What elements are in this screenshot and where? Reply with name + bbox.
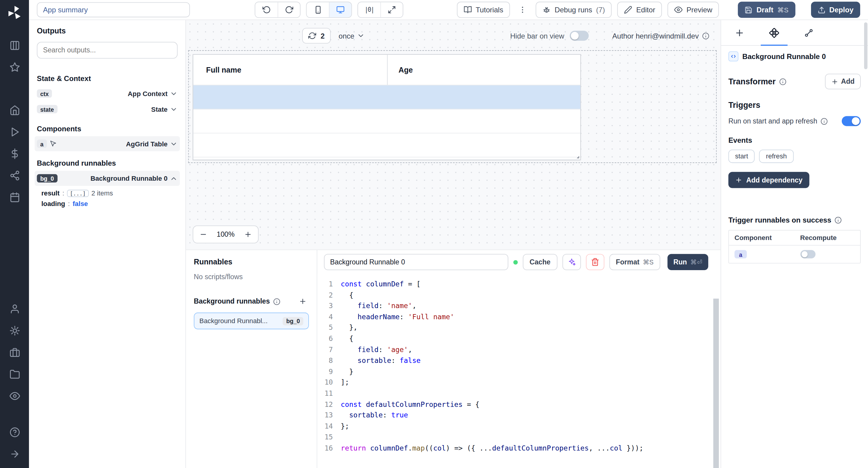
rail-runs-button[interactable] (3, 121, 26, 143)
column-component: Component (729, 230, 795, 245)
resize-handle[interactable] (573, 153, 580, 159)
hide-bar-toggle[interactable] (570, 31, 589, 41)
component-a-row[interactable]: a AgGrid Table (35, 136, 180, 151)
tab-connections[interactable] (792, 20, 826, 45)
desktop-view-button[interactable] (329, 2, 351, 17)
app-summary-input[interactable] (37, 2, 190, 17)
search-outputs-input[interactable] (37, 42, 178, 59)
trigger-success-table: Component Recompute a (728, 230, 861, 264)
event-chip-refresh[interactable]: refresh (759, 150, 794, 163)
windmill-logo[interactable] (6, 4, 23, 22)
zoom-out-button[interactable] (193, 226, 213, 243)
aggrid-row[interactable] (193, 109, 580, 133)
draft-button[interactable]: Draft ⌘S (738, 2, 795, 18)
fit-width-button[interactable]: |0| (358, 2, 380, 17)
undo-button[interactable] (255, 2, 278, 17)
transformer-title: Transformer (728, 77, 776, 86)
bg0-row[interactable]: bg_0 Background Runnable 0 (35, 171, 180, 186)
add-dependency-button[interactable]: Add dependency (728, 172, 809, 188)
tab-settings-component[interactable] (757, 20, 792, 45)
more-menu-button[interactable] (516, 2, 530, 18)
editor-scrollbar[interactable] (713, 299, 719, 468)
add-background-runnable-button[interactable] (297, 295, 309, 307)
aggrid-row-selected[interactable] (193, 86, 580, 110)
rail-favorites-button[interactable] (3, 56, 26, 78)
schedule-dropdown[interactable]: once (339, 32, 365, 40)
add-dependency-label: Add dependency (746, 176, 803, 184)
app-canvas[interactable]: 2 once Hide bar on view Author henri@win… (186, 20, 721, 250)
hide-bar-label: Hide bar on view (510, 32, 564, 40)
rail-workers-button[interactable] (3, 341, 26, 363)
transformer-row: Transformer Add (728, 74, 861, 90)
state-context-title: State & Context (37, 74, 178, 82)
trigger-table-row: a (729, 245, 861, 263)
rail-settings-button[interactable] (3, 320, 26, 341)
tutorials-button[interactable]: Tutorials (457, 2, 510, 18)
info-icon[interactable] (273, 298, 281, 305)
run-on-start-toggle[interactable] (842, 116, 861, 126)
aggrid-table-component[interactable]: Full name Age (193, 54, 581, 160)
result-expander[interactable]: [...] (67, 190, 89, 197)
author-label: Author henri@windmill.dev (613, 32, 699, 40)
runnables-list-panel: Runnables No scripts/flows Background ru… (186, 250, 317, 468)
eye-icon (9, 390, 20, 401)
state-badge: state (37, 105, 57, 113)
rail-audit-button[interactable] (3, 385, 26, 407)
add-transformer-button[interactable]: Add (825, 74, 861, 90)
bg0-badge: bg_0 (37, 174, 57, 182)
star-icon (9, 62, 20, 73)
zoom-in-button[interactable] (238, 226, 258, 243)
aggrid-header-age[interactable]: Age (387, 55, 580, 85)
background-runnables-title: Background runnables (37, 159, 178, 167)
info-icon[interactable] (835, 216, 842, 224)
ai-assist-button[interactable] (562, 254, 581, 270)
inspector-scrollbar[interactable] (864, 22, 867, 69)
tab-insert-component[interactable] (722, 20, 757, 45)
rail-apps-button[interactable] (3, 35, 26, 56)
info-icon[interactable] (779, 78, 786, 85)
run-on-start-label: Run on start and app refresh (728, 117, 817, 125)
ctx-row[interactable]: ctx App Context (35, 86, 180, 101)
run-button[interactable]: Run ⌘⏎ (667, 254, 708, 270)
rail-folders-button[interactable] (3, 363, 26, 385)
rail-user-button[interactable] (3, 298, 26, 320)
format-button[interactable]: Format ⌘S (609, 254, 660, 270)
rail-schedules-button[interactable] (3, 187, 26, 208)
delete-runnable-button[interactable] (586, 254, 604, 270)
book-icon (463, 6, 472, 14)
bug-icon (542, 6, 551, 14)
folder-icon (9, 369, 20, 379)
rail-variables-button[interactable] (3, 143, 26, 164)
tutorials-label: Tutorials (475, 6, 503, 14)
redo-button[interactable] (278, 2, 300, 17)
cache-button[interactable]: Cache (523, 254, 557, 270)
rail-home-button[interactable] (3, 99, 26, 121)
rail-resources-button[interactable] (3, 165, 26, 187)
runnable-list-item[interactable]: Background Runnabl... bg_0 (194, 312, 309, 330)
plus-icon (735, 28, 744, 38)
mobile-view-button[interactable] (307, 2, 329, 17)
preview-mode-label: Preview (687, 6, 712, 14)
refresh-count: 2 (321, 32, 324, 40)
aggrid-header-fullname[interactable]: Full name (193, 55, 387, 85)
info-icon[interactable] (821, 118, 828, 125)
state-row[interactable]: state State (35, 101, 180, 116)
rail-help-button[interactable] (3, 421, 26, 443)
editor-mode-button[interactable]: Editor (617, 2, 662, 18)
refresh-button[interactable]: 2 (302, 28, 331, 44)
code-editor[interactable]: 12345678910111213141516 const columnDef … (317, 273, 721, 468)
preview-mode-button[interactable]: Preview (668, 2, 719, 18)
deploy-button[interactable]: Deploy (811, 2, 860, 18)
column-recompute: Recompute (795, 230, 860, 245)
recompute-toggle[interactable] (800, 250, 815, 258)
aggrid-header: Full name Age (193, 55, 580, 86)
fullscreen-button[interactable] (380, 2, 403, 17)
debug-runs-button[interactable]: Debug runs (7) (535, 2, 612, 18)
component-a-ref-badge: a (735, 250, 747, 258)
info-icon[interactable] (702, 32, 710, 39)
runnable-name-input[interactable] (324, 254, 508, 270)
event-chip-start[interactable]: start (728, 150, 755, 163)
rail-expand-button[interactable] (3, 443, 26, 465)
events-title: Events (728, 136, 861, 144)
aggrid-row[interactable] (193, 133, 580, 158)
